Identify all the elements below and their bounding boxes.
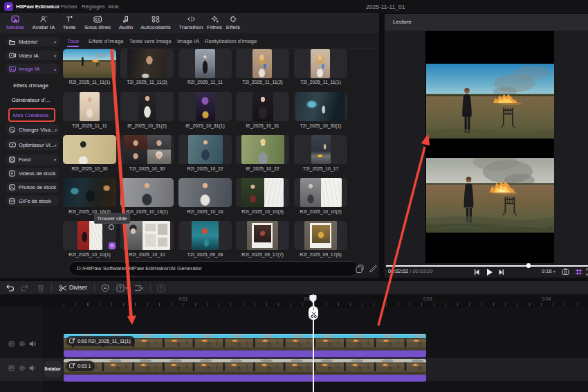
- svg-text:GIF: GIF: [10, 199, 15, 203]
